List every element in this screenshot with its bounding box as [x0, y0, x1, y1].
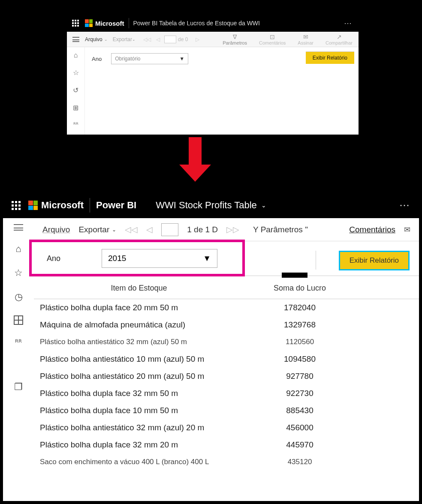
arrow-icon: [189, 137, 202, 166]
hamburger-icon[interactable]: [72, 37, 79, 42]
cell-item: Plástico bolha antiestático 20 mm (azul)…: [34, 372, 244, 381]
next-page-icon[interactable]: ▷: [196, 36, 199, 42]
home-icon[interactable]: ⌂: [15, 243, 21, 255]
sort-indicator: [282, 273, 307, 278]
cell-item: Plástico bolha antiestático 32 mm (azul)…: [34, 338, 244, 346]
table-row: Plástico bolha antiestático 20 mm (azul)…: [34, 368, 419, 385]
toolbar-comments[interactable]: Comentários: [349, 225, 395, 234]
share-icon: ↗: [337, 33, 342, 40]
recent-icon[interactable]: ↺: [73, 86, 78, 94]
caret-down-icon: ▼: [179, 56, 184, 62]
table-row: Plástico bolha dupla face 32 mm 20 m4459…: [34, 436, 419, 453]
separator: [90, 198, 90, 213]
arrow-head-icon: [179, 165, 211, 182]
dropdown-value: 2015: [108, 254, 126, 263]
cell-item: Plástico bolha dupla face 10 mm 50 m: [34, 406, 244, 415]
toolbar-comments[interactable]: ⊡Comentários: [259, 33, 286, 45]
hamburger-icon[interactable]: [14, 224, 23, 231]
menu-export[interactable]: Exportar: [113, 36, 132, 42]
cell-profit: 435120: [244, 458, 356, 466]
menu-file[interactable]: Arquivo: [85, 36, 102, 42]
year-dropdown[interactable]: 2015 ▼: [102, 249, 217, 268]
apps-icon[interactable]: ⊞: [73, 104, 78, 112]
cell-item: Plástico bolha dupla face 32 mm 20 m: [34, 440, 244, 450]
mail-icon[interactable]: ✉: [404, 225, 410, 234]
view-report-button[interactable]: Exibir Relatório: [306, 51, 354, 64]
chevron-down-icon: ⌄: [112, 227, 116, 233]
table-row: Plástico bolha dupla face 20 mm 50 m1782…: [34, 299, 419, 316]
recent-icon[interactable]: ◷: [15, 291, 23, 303]
brand-label: Microsoft: [41, 200, 84, 211]
cell-item: Plástico bolha antiestático 10 mm (azul)…: [34, 354, 244, 364]
top-titlebar: Microsoft Power BI Tabela de Lucros de E…: [67, 15, 359, 32]
caret-down-icon: ▼: [203, 254, 211, 263]
cell-item: Saco com enchimento a vácuo 400 L (branc…: [34, 458, 244, 466]
top-sidebar: ⌂ ☆ ↺ ⊞ ᴿᴿ: [67, 47, 85, 135]
favorite-icon[interactable]: ☆: [14, 267, 23, 279]
microsoft-logo-icon: [28, 201, 38, 210]
table-header: Item do Estoque Soma do Lucro: [34, 276, 419, 299]
overflow-menu-icon[interactable]: ⋯: [344, 18, 352, 28]
toolbar-subscribe[interactable]: ✉Assinar: [298, 33, 313, 45]
prev-page-icon[interactable]: ◁: [156, 36, 160, 42]
filter-icon: ∇: [233, 33, 237, 40]
page-number-input[interactable]: [161, 223, 178, 236]
home-icon[interactable]: ⌂: [74, 51, 78, 59]
cell-profit: 927780: [244, 372, 356, 381]
column-header-profit[interactable]: Soma do Lucro: [244, 284, 356, 293]
table-row: Máquina de almofada pneumática (azul)132…: [34, 316, 419, 333]
first-page-icon[interactable]: ◁◁: [125, 225, 138, 234]
cell-profit: 922730: [244, 389, 356, 398]
toolbar-params[interactable]: ∇Parâmetros: [223, 33, 247, 45]
bottom-sidebar: ⌂ ☆ ◷ ᴿᴿ ❐: [3, 218, 34, 501]
overflow-menu-icon[interactable]: ⋯: [399, 199, 410, 211]
menu-file[interactable]: Arquivo: [42, 225, 70, 234]
chevron-down-icon: ⌄: [261, 202, 266, 209]
year-dropdown[interactable]: Obrigatório ▼: [111, 53, 188, 64]
page-count: de 0: [178, 36, 188, 42]
bottom-window: Microsoft Power BI WWI Stock Profits Tab…: [3, 192, 419, 501]
cell-profit: 885430: [244, 406, 356, 415]
cell-profit: 445970: [244, 440, 356, 450]
page-number-input[interactable]: [164, 36, 176, 43]
cell-profit: 1782040: [244, 303, 356, 312]
app-launcher-icon[interactable]: [72, 20, 79, 27]
top-toolbar: Arquivo⌄ Exportar⌄ ◁◁ ◁ de 0 ▷ ∇Parâmetr…: [67, 32, 359, 47]
cell-item: Máquina de almofada pneumática (azul): [34, 320, 244, 330]
separator: [316, 251, 316, 270]
app-launcher-icon[interactable]: [12, 201, 21, 210]
prev-page-icon[interactable]: ◁: [146, 225, 153, 234]
apps-icon[interactable]: [14, 315, 23, 325]
mail-icon: ✉: [303, 33, 308, 40]
table-row: Plástico bolha dupla face 32 mm 50 m9227…: [34, 385, 419, 402]
toolbar-share[interactable]: ↗Compartilhar: [326, 33, 353, 45]
separator: [129, 18, 129, 28]
cell-item: Plástico bolha dupla face 32 mm 50 m: [34, 389, 244, 398]
cell-profit: 1329768: [244, 320, 356, 330]
column-header-item[interactable]: Item do Estoque: [34, 284, 244, 293]
cell-item: Plástico bolha dupla face 20 mm 50 m: [34, 303, 244, 312]
favorite-icon[interactable]: ☆: [73, 69, 79, 77]
dropdown-placeholder: Obrigatório: [115, 56, 140, 62]
table-row: Plástico bolha antiestático 32 mm (azul)…: [34, 333, 419, 351]
table-row: Plástico bolha antiestático 10 mm (azul)…: [34, 351, 419, 368]
cell-profit: 1094580: [244, 354, 356, 364]
shared-icon[interactable]: ᴿᴿ: [15, 338, 22, 347]
document-title-dropdown[interactable]: WWI Stock Profits Table ⌄: [156, 200, 266, 211]
chevron-down-icon: ⌄: [104, 37, 108, 42]
toolbar-params[interactable]: Y Parâmetros ": [253, 225, 308, 234]
bottom-titlebar: Microsoft Power BI WWI Stock Profits Tab…: [3, 192, 419, 218]
workspaces-icon[interactable]: ❐: [14, 381, 23, 393]
first-page-icon[interactable]: ◁◁: [143, 36, 151, 42]
app-name: Power BI: [96, 200, 136, 211]
comment-icon: ⊡: [270, 33, 275, 40]
filter-label-year: Ano: [47, 254, 102, 263]
report-title: Power BI Tabela de Lucros de Estoque da …: [133, 20, 260, 27]
page-count: 1 de 1 D: [187, 225, 218, 234]
next-page-icon[interactable]: ▷▷: [226, 225, 239, 234]
cell-item: Plástico bolha antiestático 32 mm (azul)…: [34, 423, 244, 432]
shared-icon[interactable]: ᴿᴿ: [73, 121, 78, 128]
view-report-button[interactable]: Exibir Relatório: [339, 251, 410, 270]
microsoft-logo-icon: [85, 19, 93, 27]
menu-export[interactable]: Exportar⌄: [78, 225, 116, 234]
